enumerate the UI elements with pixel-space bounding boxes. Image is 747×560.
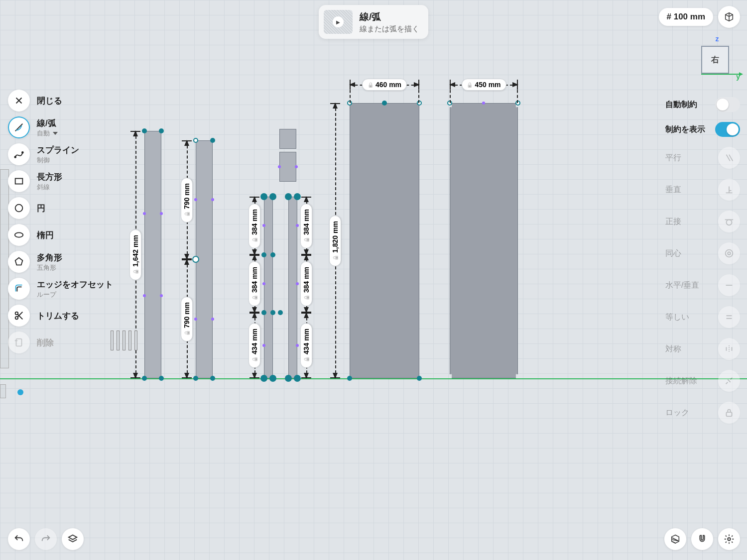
dimension-434a[interactable]: 434 mm — [247, 313, 262, 378]
constraint-concentric[interactable]: 同心 — [665, 242, 740, 264]
sketch-tool-panel: 閉じる 線/弧自動 スプライン制御 長方形斜線 円 楕円 多角形五角形 エッジを… — [8, 90, 113, 353]
tangent-icon — [718, 211, 740, 232]
polygon-tool[interactable]: 多角形五角形 — [8, 251, 113, 273]
svg-rect-7 — [16, 339, 22, 346]
svg-point-0 — [14, 156, 16, 158]
sketch-node[interactable] — [285, 375, 292, 382]
rectangle-tool[interactable]: 長方形斜線 — [8, 170, 113, 192]
sketch-node[interactable] — [261, 252, 266, 257]
sketch-shape[interactable] — [350, 103, 419, 378]
constraint-tangent[interactable]: 正接 — [665, 211, 740, 232]
circle-tool[interactable]: 円 — [8, 197, 113, 219]
constraint-disconnect[interactable]: 接続解除 — [665, 370, 740, 392]
constraint-dot — [262, 344, 265, 347]
constraint-dot — [211, 318, 214, 321]
close-button[interactable]: 閉じる — [8, 90, 113, 112]
sketch-shape[interactable] — [279, 152, 296, 182]
small-shapes[interactable] — [111, 331, 137, 350]
dimension-384d[interactable]: 384 mm — [299, 255, 314, 313]
constraint-dot — [160, 212, 163, 215]
sketch-node[interactable] — [347, 376, 352, 381]
sketch-node[interactable] — [515, 101, 520, 106]
svg-point-9 — [726, 250, 733, 257]
offset-edge-tool[interactable]: エッジをオフセットループ — [8, 278, 113, 300]
sketch-node[interactable] — [269, 375, 276, 382]
constraint-dot — [262, 282, 265, 285]
constraint-dot — [262, 224, 265, 227]
sketch-node[interactable] — [278, 310, 283, 315]
auto-constraint-toggle[interactable]: 自動制約 — [665, 97, 740, 112]
constraints-panel: 自動制約 制約を表示 平行 垂直 正接 同心 水平/垂直 等しい 対称 接続解除… — [665, 97, 740, 424]
toggle-switch[interactable] — [715, 122, 740, 137]
constraint-dot — [160, 294, 163, 297]
svg-point-1 — [22, 152, 23, 153]
dimension-450[interactable]: 450 mm — [450, 80, 518, 90]
sketch-node[interactable] — [210, 376, 215, 381]
svg-point-10 — [728, 252, 731, 255]
constraint-hv[interactable]: 水平/垂直 — [665, 274, 740, 296]
sketch-node[interactable] — [261, 310, 266, 315]
sketch-shape[interactable] — [279, 129, 296, 149]
constraint-symmetric[interactable]: 対称 — [665, 338, 740, 360]
dimension-384b[interactable]: 384 mm — [247, 255, 262, 313]
equal-icon — [718, 306, 740, 328]
constraint-parallel[interactable]: 平行 — [665, 147, 740, 169]
sketch-midpoint[interactable] — [382, 101, 387, 106]
sketch-node[interactable] — [210, 138, 215, 143]
concentric-icon — [718, 242, 740, 264]
dimension-790a[interactable]: 790 mm — [179, 140, 194, 259]
svg-rect-11 — [727, 412, 732, 416]
constraint-dot — [194, 198, 197, 201]
constraint-equal[interactable]: 等しい — [665, 306, 740, 328]
spline-tool[interactable]: スプライン制御 — [8, 143, 113, 165]
constraint-dot — [278, 165, 281, 168]
svg-rect-2 — [15, 179, 23, 184]
disconnect-icon — [718, 370, 740, 392]
sketch-node[interactable] — [270, 252, 275, 257]
delete-tool: 削除 — [8, 332, 113, 353]
sketch-node[interactable] — [417, 101, 422, 106]
parallel-icon — [718, 147, 740, 169]
constraint-dot — [482, 102, 485, 105]
symmetric-icon — [718, 338, 740, 360]
toggle-switch[interactable] — [715, 97, 740, 112]
constraint-dot — [143, 294, 146, 297]
ellipse-tool[interactable]: 楕円 — [8, 224, 113, 246]
sketch-node[interactable] — [159, 128, 164, 133]
sketch-node[interactable] — [270, 310, 275, 315]
constraint-dot — [295, 165, 298, 168]
dimension-790b[interactable]: 790 mm — [179, 259, 194, 378]
dimension-1820[interactable]: 1,820 mm — [328, 103, 343, 378]
constraint-dot — [194, 318, 197, 321]
show-constraint-toggle[interactable]: 制約を表示 — [665, 122, 740, 137]
sketch-node[interactable] — [269, 193, 276, 200]
dimension-384c[interactable]: 384 mm — [299, 197, 314, 255]
hv-icon — [718, 274, 740, 296]
trim-tool[interactable]: トリムする — [8, 305, 113, 327]
dimension-434b[interactable]: 434 mm — [299, 313, 314, 378]
perpendicular-icon — [718, 179, 740, 201]
dimension-460[interactable]: 460 mm — [350, 80, 419, 90]
svg-point-8 — [727, 220, 732, 225]
constraint-perpendicular[interactable]: 垂直 — [665, 179, 740, 201]
line-arc-tool[interactable]: 線/弧自動 — [8, 116, 113, 138]
sketch-node[interactable] — [417, 376, 422, 381]
constraint-lock[interactable]: ロック — [665, 402, 740, 424]
lock-icon — [718, 402, 740, 424]
sketch-node[interactable] — [159, 376, 164, 381]
dimension-384a[interactable]: 384 mm — [247, 197, 262, 255]
svg-point-4 — [15, 232, 23, 237]
sketch-shape[interactable] — [264, 197, 273, 378]
constraint-dot — [143, 212, 146, 215]
sketch-shape[interactable] — [144, 131, 161, 378]
svg-point-3 — [15, 205, 23, 212]
sketch-node[interactable] — [285, 193, 292, 200]
constraint-dot — [211, 198, 214, 201]
sketch-shape[interactable] — [450, 103, 518, 378]
